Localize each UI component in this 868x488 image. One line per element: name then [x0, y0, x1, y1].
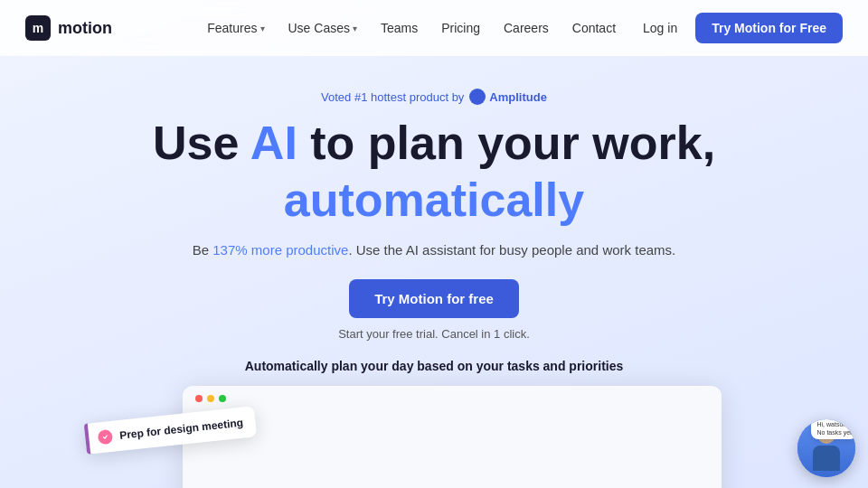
- hero-section: Voted #1 hottest product by Amplitude Us…: [0, 56, 868, 488]
- nav-links: Features ▾ Use Cases ▾ Teams Pricing Car…: [198, 13, 843, 43]
- voted-badge: Voted #1 hottest product by Amplitude: [321, 89, 547, 105]
- amplitude-icon: [469, 89, 486, 105]
- nav-features[interactable]: Features ▾: [198, 15, 273, 41]
- chat-widget[interactable]: Hi, watson No tasks yet: [797, 419, 855, 477]
- navigation: m motion Features ▾ Use Cases ▾ Teams Pr…: [0, 0, 868, 56]
- dashboard-inner: [183, 386, 722, 488]
- nav-pricing[interactable]: Pricing: [432, 15, 489, 41]
- task-check-icon: [98, 429, 114, 446]
- dashboard-wrapper: Prep for design meeting: [146, 386, 722, 488]
- nav-teams[interactable]: Teams: [372, 15, 427, 41]
- chevron-down-icon: ▾: [353, 23, 357, 33]
- dashboard-section: Automatically plan your day based on you…: [146, 359, 722, 488]
- hero-title: Use AI to plan your work,: [153, 117, 715, 169]
- dot-yellow: [207, 395, 214, 402]
- hero-cta-button[interactable]: Try Motion for free: [349, 279, 519, 318]
- logo-icon: m: [25, 15, 51, 41]
- hero-subtitle: automatically: [284, 174, 584, 226]
- productivity-link[interactable]: 137% more productive: [212, 242, 348, 258]
- hero-description: Be 137% more productive. Use the AI assi…: [193, 242, 675, 258]
- logo[interactable]: m motion: [25, 15, 112, 41]
- nav-contact[interactable]: Contact: [563, 15, 625, 41]
- dot-green: [219, 395, 226, 402]
- task-card-border: [84, 424, 91, 455]
- brand-name: motion: [58, 19, 112, 38]
- window-dots: [183, 386, 722, 411]
- login-link[interactable]: Log in: [630, 15, 690, 41]
- dot-red: [195, 395, 203, 402]
- trial-note: Start your free trial. Cancel in 1 click…: [338, 327, 530, 341]
- dashboard-tagline: Automatically plan your day based on you…: [245, 359, 624, 373]
- nav-use-cases[interactable]: Use Cases ▾: [279, 15, 366, 41]
- task-card-label: Prep for design meeting: [119, 417, 244, 442]
- person-body: [813, 446, 840, 471]
- amplitude-label: Amplitude: [489, 90, 547, 104]
- nav-cta-button[interactable]: Try Motion for Free: [695, 13, 843, 43]
- dashboard-window: Prep for design meeting: [183, 386, 722, 488]
- amplitude-logo: Amplitude: [469, 89, 547, 105]
- chevron-down-icon: ▾: [260, 23, 265, 33]
- nav-careers[interactable]: Careers: [495, 15, 558, 41]
- chat-bubble: Hi, watson No tasks yet: [811, 419, 855, 439]
